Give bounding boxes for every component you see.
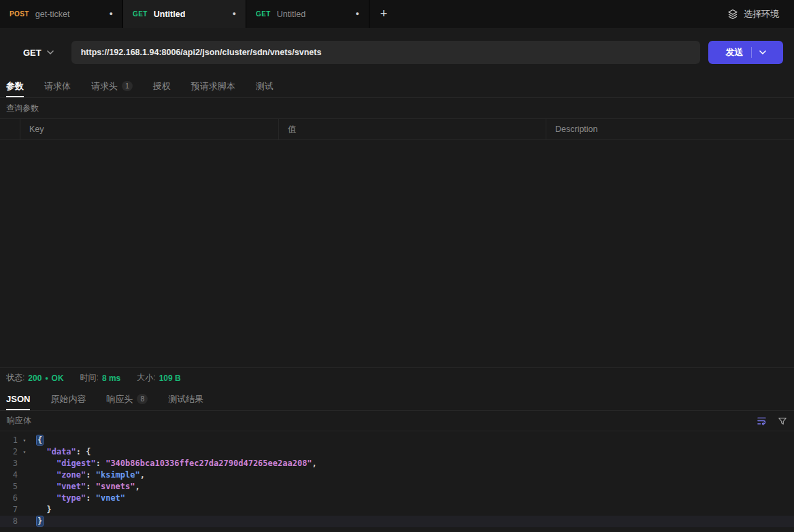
line-number: 7: [0, 504, 18, 516]
code-line-content: }: [31, 504, 52, 516]
code-line-content: "digest": "340b86bca10336ffec27da2790d47…: [31, 458, 317, 469]
send-button-divider: [751, 47, 752, 58]
request-panel-empty-area: [0, 140, 794, 367]
editor-tab-title: Untitled: [154, 10, 227, 19]
request-bar: GET 发送: [0, 28, 794, 75]
code-line: 4 "zone": "ksimple",: [0, 469, 794, 481]
code-line: 8}: [0, 516, 794, 527]
fold-gutter-spacer: [18, 493, 31, 504]
environment-label: 选择环境: [744, 8, 779, 20]
layers-icon: [727, 9, 738, 20]
request-tab-headers[interactable]: 请求头 1: [91, 75, 133, 97]
status-label: 状态:: [6, 372, 24, 384]
code-line-content: "type": "vnet": [31, 493, 125, 504]
line-number: 5: [0, 481, 18, 493]
response-tab-headers[interactable]: 响应头 8: [106, 388, 148, 410]
code-line: 7 }: [0, 504, 794, 516]
fold-toggle-icon[interactable]: ▾: [18, 435, 31, 446]
tab-label: 预请求脚本: [191, 80, 235, 93]
filter-funnel-icon: [778, 416, 787, 426]
line-number: 6: [0, 493, 18, 504]
url-input[interactable]: [71, 41, 700, 64]
line-number: 8: [0, 516, 18, 527]
editor-tabbar: POST get-ticket ● GET Untitled ● GET Unt…: [0, 0, 794, 28]
code-line: 2▾ "data": {: [0, 446, 794, 458]
tab-label: 参数: [6, 80, 24, 93]
query-params-section-label: 查询参数: [0, 98, 794, 118]
editor-tab-get-ticket[interactable]: POST get-ticket ●: [0, 0, 123, 28]
tab-label: 响应头: [106, 393, 133, 405]
send-options-chevron-icon[interactable]: [759, 50, 766, 54]
column-header-key: Key: [20, 119, 279, 139]
method-value: GET: [23, 48, 42, 58]
code-line: 5 "vnet": "svnets",: [0, 481, 794, 493]
tab-label: 请求体: [44, 80, 71, 93]
tab-label: 请求头: [91, 80, 118, 93]
fold-toggle-icon[interactable]: ▾: [18, 446, 31, 458]
line-number: 4: [0, 469, 18, 481]
request-tab-params[interactable]: 参数: [6, 75, 24, 97]
chevron-down-icon: [47, 50, 54, 54]
environment-selector[interactable]: 选择环境: [712, 0, 794, 28]
params-table-header: Key 值 Description: [0, 118, 794, 140]
fold-gutter-spacer: [18, 458, 31, 469]
unsaved-dot-icon: ●: [110, 11, 113, 17]
tab-label: 测试结果: [168, 393, 203, 405]
response-body-label: 响应体: [7, 415, 31, 427]
unsaved-dot-icon: ●: [233, 11, 236, 17]
column-header-value: 值: [279, 119, 546, 139]
response-tab-json[interactable]: JSON: [6, 388, 30, 410]
code-line-content: "zone": "ksimple",: [31, 469, 145, 481]
method-select[interactable]: GET: [11, 48, 71, 58]
filter-button[interactable]: [778, 416, 787, 426]
json-response-viewer[interactable]: 1▾{2▾ "data": {3 "digest": "340b86bca103…: [0, 431, 794, 532]
column-header-description: Description: [546, 119, 794, 139]
fold-gutter-spacer: [18, 481, 31, 493]
fold-gutter-spacer: [18, 469, 31, 481]
method-label-post: POST: [10, 10, 29, 18]
request-tabstrip: 参数 请求体 请求头 1 授权 预请求脚本 测试: [0, 75, 794, 98]
request-tab-body[interactable]: 请求体: [44, 75, 71, 97]
code-line: 1▾{: [0, 435, 794, 446]
tab-label: 授权: [153, 80, 171, 93]
editor-tab-title: get-ticket: [35, 10, 103, 19]
line-number: 2: [0, 446, 18, 458]
time-value: 8 ms: [102, 373, 120, 383]
tab-label: JSON: [6, 394, 30, 404]
unsaved-dot-icon: ●: [356, 11, 359, 17]
new-tab-button[interactable]: +: [369, 0, 398, 28]
editor-tab-untitled-1[interactable]: GET Untitled ●: [123, 0, 246, 28]
word-wrap-toggle[interactable]: [757, 416, 767, 426]
status-text: OK: [52, 373, 64, 383]
editor-tab-untitled-2[interactable]: GET Untitled ●: [246, 0, 369, 28]
api-client-window: POST get-ticket ● GET Untitled ● GET Unt…: [0, 0, 794, 532]
tab-label: 原始内容: [50, 393, 86, 405]
request-tab-prerequest-script[interactable]: 预请求脚本: [191, 75, 235, 97]
response-tab-raw[interactable]: 原始内容: [50, 388, 86, 410]
response-headers-count-badge: 8: [137, 394, 148, 404]
send-label: 发送: [726, 46, 744, 59]
response-body-toolbar: 响应体: [0, 411, 794, 431]
code-line: 6 "type": "vnet": [0, 493, 794, 504]
request-tab-auth[interactable]: 授权: [153, 75, 171, 97]
fold-gutter-spacer: [18, 504, 31, 516]
code-line-content: {: [31, 435, 43, 446]
line-number: 3: [0, 458, 18, 469]
fold-gutter-spacer: [18, 516, 31, 527]
line-number: 1: [0, 435, 18, 446]
headers-count-badge: 1: [122, 81, 133, 91]
send-button[interactable]: 发送: [708, 41, 783, 64]
status-bullet: •: [45, 373, 48, 383]
method-label-get: GET: [133, 10, 148, 18]
response-tab-test-results[interactable]: 测试结果: [168, 388, 203, 410]
time-label: 时间:: [80, 372, 99, 384]
request-tab-tests[interactable]: 测试: [256, 75, 274, 97]
response-tabstrip: JSON 原始内容 响应头 8 测试结果: [0, 388, 794, 411]
word-wrap-icon: [757, 416, 767, 426]
code-line: 3 "digest": "340b86bca10336ffec27da2790d…: [0, 458, 794, 469]
code-line-content: "vnet": "svnets",: [31, 481, 140, 493]
status-code: 200: [28, 373, 42, 383]
checkbox-column[interactable]: [0, 119, 20, 139]
code-line-content: "data": {: [31, 446, 91, 458]
code-line-content: }: [31, 516, 43, 527]
